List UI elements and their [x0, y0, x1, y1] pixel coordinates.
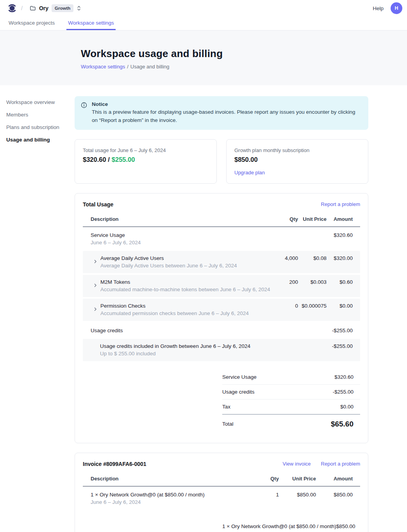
row-title: M2M Tokens — [100, 279, 270, 285]
tab-workspace-settings[interactable]: Workspace settings — [66, 16, 116, 30]
folder-icon — [30, 5, 36, 11]
col-amount: Amount — [327, 216, 360, 222]
row-title: Usage credits — [91, 328, 271, 333]
page-title: Workspace usage and billing — [81, 48, 407, 60]
table-row: Usage credits included in Growth between… — [83, 339, 360, 361]
summary-row: Service Usage $320.60 — [222, 370, 360, 385]
col-unit-price: Unit Price — [279, 476, 316, 482]
usage-card-title: Total Usage — [83, 201, 113, 208]
expand-row-chevron-icon[interactable] — [93, 280, 98, 292]
summary-row: Usage credits -$255.00 — [222, 385, 360, 399]
row-unit-price: $0.08 — [298, 255, 327, 261]
summary-value: $0.00 — [340, 404, 353, 410]
row-subtitle: June 6 – July 6, 2024 — [91, 240, 271, 245]
summary-value: $320.60 — [334, 374, 353, 380]
total-usage-invoice-card: Total Usage Report a problem Description… — [75, 193, 368, 443]
invoice-card: Invoice #8099AFA6-0001 View invoice Repo… — [75, 453, 368, 532]
notice-content: Notice This is a preview feature for dis… — [92, 101, 362, 125]
notice-body: This is a preview feature for displaying… — [92, 108, 362, 125]
row-subtitle: Up to $ 255.00 included — [100, 351, 271, 356]
sidenav-item-workspace-overview[interactable]: Workspace overview — [6, 98, 75, 107]
table-row: M2M Tokens Accumulated machine-to-machin… — [83, 275, 360, 297]
sidenav-item-plans-and-subscription[interactable]: Plans and subscription — [6, 123, 75, 132]
summary-total-row: Total $65.60 — [222, 415, 360, 433]
user-avatar[interactable]: H — [391, 2, 402, 14]
sidenav-item-members[interactable]: Members — [6, 110, 75, 119]
summary-value: -$255.00 — [333, 389, 353, 395]
row-amount: $0.00 — [327, 303, 360, 309]
total-value: $65.60 — [331, 420, 353, 428]
usage-amount: $320.60 / — [83, 156, 110, 163]
row-amount: $320.60 — [327, 232, 360, 238]
view-invoice-link[interactable]: View invoice — [283, 461, 311, 467]
row-amount: $320.00 — [327, 255, 360, 261]
upgrade-plan-link[interactable]: Upgrade plan — [234, 170, 265, 176]
row-unit-price: $850.00 — [279, 492, 316, 498]
row-title: Service Usage — [91, 232, 271, 238]
table-row: Permission Checks Accumulated permission… — [83, 299, 360, 321]
summary-label: 1 × Ory Network Growth@0 (at $850.00 / m… — [222, 523, 336, 529]
row-amount: $850.00 — [316, 492, 360, 498]
col-qty: Qty — [271, 216, 298, 222]
breadcrumb-workspace-settings-link[interactable]: Workspace settings — [81, 64, 125, 70]
total-usage-card-label: Total usage for June 6 – July 6, 2024 — [83, 147, 209, 153]
invoice-table-header: Description Qty Unit Price Amount — [83, 476, 360, 487]
notice-title: Notice — [92, 101, 362, 107]
workspace-switcher[interactable]: Ory Growth — [27, 3, 84, 14]
total-label: Total — [222, 421, 234, 427]
invoice-summary: 1 × Ory Network Growth@0 (at $850.00 / m… — [222, 519, 360, 532]
usage-credit-amount: $255.00 — [112, 156, 135, 163]
workspace-tabs: Workspace projects Workspace settings — [0, 16, 407, 30]
row-subtitle: Average Daily Active Users between June … — [100, 263, 237, 269]
content-area: Workspace overview Members Plans and sub… — [0, 85, 407, 532]
row-unit-price: $0.000075 — [298, 303, 327, 309]
row-subtitle: Accumulated machine-to-machine tokens be… — [100, 287, 270, 292]
row-qty: 0 — [271, 303, 298, 309]
table-row: Usage credits -$255.00 — [83, 322, 360, 339]
col-qty: Qty — [252, 476, 279, 482]
invoice-table: Description Qty Unit Price Amount 1 × Or… — [83, 476, 360, 511]
report-problem-link[interactable]: Report a problem — [321, 461, 360, 467]
col-amount: Amount — [316, 476, 360, 482]
expand-row-chevron-icon[interactable] — [93, 304, 98, 316]
row-title: 1 × Ory Network Growth@0 (at $850.00 / m… — [91, 492, 252, 498]
table-row: Service Usage June 6 – July 6, 2024 $320… — [83, 227, 360, 251]
tab-workspace-projects[interactable]: Workspace projects — [7, 16, 56, 30]
top-bar-left: / Ory Growth — [8, 3, 373, 14]
workspace-name: Ory — [39, 5, 48, 11]
row-subtitle: June 6 – July 6, 2024 — [91, 499, 252, 505]
plan-subscription-card: Growth plan monthly subscription $850.00… — [226, 139, 368, 184]
summary-label: Tax — [222, 404, 230, 410]
ory-logo[interactable] — [8, 4, 16, 13]
breadcrumb-separator: / — [127, 64, 129, 70]
expand-row-chevron-icon[interactable] — [93, 256, 98, 269]
plan-card-value: $850.00 — [234, 156, 360, 163]
report-problem-link[interactable]: Report a problem — [321, 201, 360, 207]
summary-cards-row: Total usage for June 6 – July 6, 2024 $3… — [75, 139, 368, 184]
sidenav-item-usage-and-billing[interactable]: Usage and billing — [6, 135, 75, 144]
summary-label: Service Usage — [222, 374, 257, 380]
plan-badge: Growth — [52, 4, 73, 12]
plan-card-label: Growth plan monthly subscription — [234, 147, 360, 153]
col-description: Description — [83, 476, 252, 482]
usage-table-header: Description Qty Unit Price Amount — [83, 216, 360, 227]
main-column: Notice This is a preview feature for dis… — [75, 96, 368, 532]
col-description: Description — [83, 216, 271, 222]
row-qty: 1 — [252, 492, 279, 498]
usage-summary: Service Usage $320.60 Usage credits -$25… — [222, 370, 360, 433]
row-title: Usage credits included in Growth between… — [100, 343, 271, 349]
summary-row: Tax $0.00 — [222, 399, 360, 415]
row-amount: $0.60 — [327, 279, 360, 285]
total-usage-card: Total usage for June 6 – July 6, 2024 $3… — [75, 139, 217, 184]
row-title: Permission Checks — [100, 303, 249, 309]
summary-value: $850.00 — [336, 523, 355, 529]
row-title: Average Daily Active Users — [100, 255, 237, 261]
top-bar: / Ory Growth Help H — [0, 0, 407, 16]
table-row: Average Daily Active Users Average Daily… — [83, 251, 360, 273]
ory-logo-icon — [8, 4, 16, 13]
breadcrumb: Workspace settings / Usage and billing — [81, 64, 407, 70]
help-link[interactable]: Help — [373, 5, 384, 11]
invoice-title: Invoice #8099AFA6-0001 — [83, 461, 146, 467]
hero-section: Workspace usage and billing Workspace se… — [0, 30, 407, 85]
top-bar-right: Help H — [373, 2, 402, 14]
